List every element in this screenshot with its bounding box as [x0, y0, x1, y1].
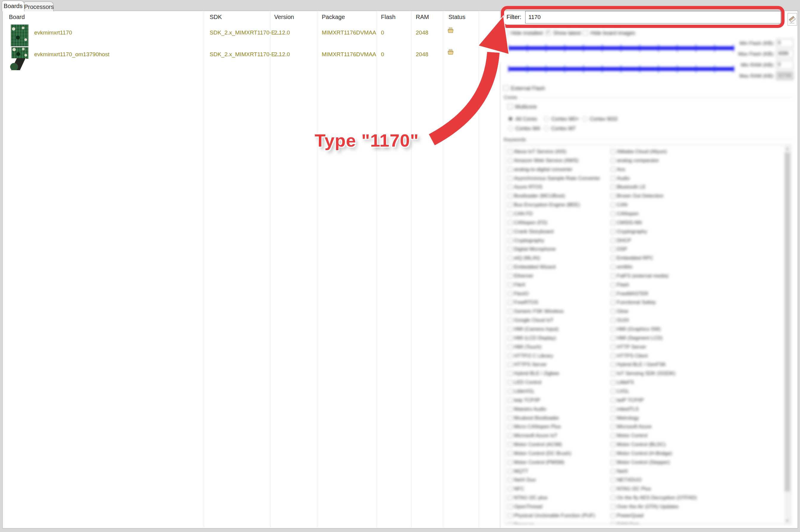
keyword-item[interactable]: HTTPS Client — [611, 353, 648, 360]
keyword-checkbox[interactable] — [611, 194, 615, 198]
col-header-board[interactable]: Board — [9, 14, 25, 20]
ram-range-slider[interactable] — [508, 65, 734, 73]
keyword-item[interactable]: DSP — [611, 246, 627, 253]
keyword-checkbox[interactable] — [508, 424, 512, 429]
keyword-checkbox[interactable] — [508, 513, 512, 518]
keyword-checkbox[interactable] — [611, 185, 615, 189]
keyword-item[interactable]: DHCP — [611, 238, 631, 245]
keyword-checkbox[interactable] — [611, 495, 615, 500]
keyword-checkbox[interactable] — [508, 300, 512, 305]
keyword-item[interactable]: HTTP Server — [611, 344, 646, 351]
keyword-checkbox[interactable] — [508, 460, 512, 465]
keyword-item[interactable]: RAM Disk — [611, 521, 640, 524]
keyword-checkbox[interactable] — [611, 442, 615, 447]
keyword-checkbox[interactable] — [611, 149, 615, 154]
keyword-checkbox[interactable] — [611, 345, 615, 349]
radio-icon[interactable] — [544, 116, 549, 121]
keyword-checkbox[interactable] — [611, 389, 615, 394]
col-header-sdk[interactable]: SDK — [210, 14, 222, 20]
keyword-item[interactable]: Cryptography — [611, 229, 647, 236]
keyword-item[interactable]: FlexIO — [508, 291, 529, 298]
keyword-item[interactable]: FileX — [508, 282, 526, 289]
keyword-checkbox[interactable] — [508, 433, 512, 438]
keyword-item[interactable]: LED Control — [508, 379, 541, 386]
keyword-item[interactable]: Avs — [611, 167, 625, 174]
keyword-item[interactable]: Motor Control (DC Brush) — [508, 451, 571, 458]
keyword-item[interactable]: Alexa IoT Service (AIS) — [508, 149, 566, 156]
keyword-item[interactable]: Motor Control (ACIM) — [508, 442, 562, 449]
keyword-checkbox[interactable] — [611, 371, 615, 376]
keyword-item[interactable]: CMSIS-NN — [611, 220, 642, 227]
keyword-item[interactable]: NFC — [508, 486, 524, 493]
keyword-item[interactable]: PowerQuad — [611, 513, 644, 520]
keyword-item[interactable]: Motor Control (H-Bridge) — [611, 451, 672, 458]
keyword-item[interactable]: HMI (Camera Input) — [508, 326, 558, 334]
keyword-checkbox[interactable] — [508, 389, 512, 394]
keyword-item[interactable]: HTTP/2 C Library — [508, 353, 553, 360]
table-row[interactable]: evkmimxrt1170 SDK_2.x_MIMXRT1170-E... 2.… — [2, 24, 500, 48]
keyword-checkbox[interactable] — [611, 220, 615, 225]
keyword-item[interactable]: IoT Sensing SDK (ISSDK) — [611, 370, 675, 378]
keyword-checkbox[interactable] — [508, 238, 512, 243]
keyword-checkbox[interactable] — [611, 407, 615, 412]
keyword-checkbox[interactable] — [611, 283, 615, 287]
keyword-item[interactable]: HMI (LCD Display) — [508, 335, 556, 342]
max-ram-input[interactable]: 32768 — [776, 71, 794, 80]
keyword-checkbox[interactable] — [508, 309, 512, 314]
keyword-checkbox[interactable] — [508, 354, 512, 358]
keyword-item[interactable]: NETXDUO — [611, 477, 642, 484]
keyword-item[interactable]: Crank Storyboard — [508, 229, 553, 236]
keyword-item[interactable]: Glow — [611, 308, 628, 316]
slider-bar[interactable] — [508, 46, 734, 50]
keyword-item[interactable]: HMI (Graphics SW) — [611, 326, 661, 334]
keyword-item[interactable]: Hybrid BLE / Zigbee — [508, 370, 559, 378]
keyword-checkbox[interactable] — [611, 327, 615, 331]
col-header-package[interactable]: Package — [322, 14, 345, 20]
keyword-item[interactable]: Embedded Wizard — [508, 264, 555, 271]
keyword-checkbox[interactable] — [508, 504, 512, 509]
keyword-item[interactable]: Maestro Audio — [508, 406, 546, 413]
keyword-item[interactable]: MQTT — [508, 468, 528, 475]
keyword-item[interactable]: mbedTLS — [611, 406, 639, 413]
table-row[interactable]: evkmimxrt1170_om13790host SDK_2.x_MIMXRT… — [2, 46, 500, 71]
keyword-item[interactable]: Hybrid BLE / GenFSK — [611, 362, 666, 369]
tab-processors[interactable]: Processors — [24, 1, 54, 11]
keywords-scrollbar[interactable]: ▲ ▼ — [784, 146, 791, 524]
keyword-item[interactable]: NetX — [611, 468, 628, 475]
keyword-item[interactable]: Amazon Web Service (AWS) — [508, 158, 578, 165]
keyword-item[interactable]: emWin — [611, 264, 632, 271]
keyword-item[interactable]: FreeRTOS — [508, 300, 538, 307]
keyword-item[interactable]: Motor Control — [611, 433, 647, 440]
keyword-item[interactable]: Embedded RPC — [611, 255, 653, 262]
keyword-checkbox[interactable] — [508, 291, 512, 296]
min-ram-input[interactable]: 0 — [776, 60, 794, 69]
radio-cortex-m0plus[interactable]: Cortex M0+ — [544, 116, 549, 121]
keyword-checkbox[interactable] — [508, 407, 512, 412]
keyword-item[interactable]: Alibaba Cloud (Aliyun) — [611, 149, 667, 156]
keyword-checkbox[interactable] — [611, 238, 615, 243]
keyword-checkbox[interactable] — [611, 354, 615, 358]
keyword-item[interactable]: Bus Encryption Engine (BEE) — [508, 202, 580, 209]
keyword-checkbox[interactable] — [508, 442, 512, 447]
radio-cortex-m33[interactable]: Cortex M33 — [582, 116, 587, 121]
keyword-item[interactable]: Bluetooth LE — [611, 184, 646, 191]
keyword-checkbox[interactable] — [508, 345, 512, 349]
keyword-checkbox[interactable] — [508, 229, 512, 234]
keyword-checkbox[interactable] — [508, 203, 512, 207]
keyword-item[interactable]: On the fly AES Decryption (OTFAD) — [611, 495, 697, 502]
keyword-checkbox[interactable] — [508, 220, 512, 225]
radio-icon[interactable] — [582, 116, 587, 121]
keyword-checkbox[interactable] — [508, 247, 512, 251]
col-header-flash[interactable]: Flash — [381, 14, 396, 20]
keyword-item[interactable]: HMI (Touch) — [508, 344, 541, 351]
keyword-checkbox[interactable] — [611, 451, 615, 456]
keyword-item[interactable]: lwIP TCP/IP — [611, 397, 644, 404]
checkbox[interactable] — [507, 104, 513, 109]
keyword-item[interactable]: CANopen — [611, 211, 639, 218]
scroll-up-button[interactable]: ▲ — [784, 146, 791, 152]
checkbox[interactable] — [583, 30, 588, 35]
keyword-item[interactable]: Microsoft Azure IoT — [508, 433, 557, 440]
keyword-checkbox[interactable] — [611, 433, 615, 438]
keyword-item[interactable]: Google Cloud IoT — [508, 317, 553, 324]
keyword-checkbox[interactable] — [611, 460, 615, 465]
